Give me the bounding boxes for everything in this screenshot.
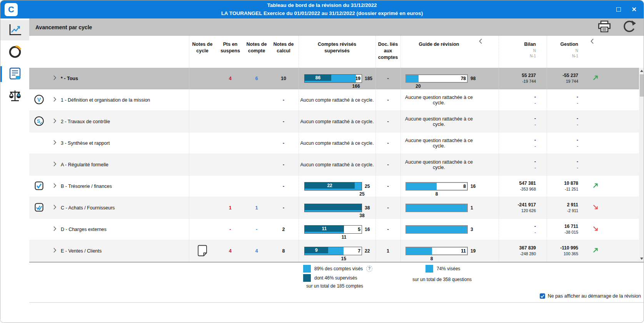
- row-expand-chevron-icon[interactable]: [53, 75, 57, 82]
- cycle-label: C - Achats / Fournisseurs: [61, 205, 115, 211]
- collapse-columns-left-button[interactable]: [479, 38, 482, 45]
- sidebar-item-revision-dashboard[interactable]: [0, 64, 29, 84]
- sidebar-item-balance[interactable]: [0, 86, 29, 106]
- legend-guide-total: sur un total de 358 questions: [412, 277, 472, 282]
- row-expand-chevron-icon[interactable]: [53, 118, 57, 125]
- pts-suspens-cell: 1: [216, 205, 245, 211]
- notes-calcul-cell: -: [269, 205, 299, 211]
- gestion-n-value: -: [577, 137, 578, 143]
- help-icon[interactable]: ?: [366, 266, 372, 272]
- bar-remaining-value: 5: [358, 226, 360, 233]
- bar-below-value: 8: [435, 191, 438, 197]
- progress-bar-comptes: 11511: [304, 225, 362, 234]
- refresh-button[interactable]: [622, 20, 637, 35]
- bar-total-value: 16: [470, 184, 475, 189]
- progress-cell-guide: 8816: [400, 182, 477, 191]
- cycle-label: 3 - Synthèse et rapport: [61, 141, 110, 146]
- maximize-button[interactable]: [616, 7, 621, 12]
- pts-suspens-cell: -: [216, 227, 245, 232]
- table-row[interactable]: C - Achats / Fournisseurs11-3838-1-241 9…: [29, 197, 644, 219]
- notes-calcul-cell: 8: [269, 248, 299, 254]
- bottom-divider: [29, 302, 644, 303]
- bilan-n-value: -: [534, 137, 536, 143]
- progress-bar-guide: [405, 225, 468, 234]
- row-expand-chevron-icon[interactable]: [53, 204, 57, 211]
- table-header-row: Notes de cycle Pts en suspens Notes de c…: [29, 36, 644, 68]
- bilan-cell: 55 237-19 744: [499, 73, 547, 84]
- hide-on-startup-checkbox[interactable]: [540, 293, 545, 299]
- table-row[interactable]: V1 - Définition et organisation de la mi…: [29, 89, 644, 111]
- bilan-n-value: 547 381: [519, 181, 536, 186]
- bilan-n1-value: -: [535, 230, 536, 235]
- bar-fill-light: [406, 226, 467, 233]
- cycle-status-cell: V: [29, 94, 48, 106]
- bilan-cell: --: [499, 137, 547, 149]
- row-expand-chevron-icon[interactable]: [53, 161, 57, 168]
- doc-lies-cell: -: [375, 76, 400, 81]
- sidebar-item-statistics[interactable]: [0, 42, 29, 62]
- table-row[interactable]: * - Tous46108619166185-78209855 237-19 7…: [29, 68, 644, 89]
- table-row[interactable]: 3 - Synthèse et rapport-Aucun compte rat…: [29, 132, 644, 154]
- progress-bar-comptes: 38: [304, 204, 362, 212]
- cycle-label-cell: E - Ventes / Clients: [48, 248, 189, 254]
- gestion-n1-value: -: [577, 122, 579, 127]
- table-row[interactable]: E - Ventes / Clients448971522111819367 8…: [29, 240, 644, 262]
- trend-cell: [591, 75, 601, 82]
- bilan-n1-value: -353 968: [520, 187, 536, 192]
- gestion-cell: --: [547, 116, 591, 127]
- gestion-n-value: -55 237: [562, 73, 578, 79]
- cycle-label-cell: * - Tous: [48, 75, 189, 82]
- trend-up-icon: [592, 182, 599, 190]
- table-row[interactable]: D - Charges externes--21151116-3--16 711…: [29, 219, 644, 240]
- cycle-label-cell: 1 - Définition et organisation de la mis…: [48, 97, 189, 103]
- row-expand-chevron-icon[interactable]: [53, 140, 57, 146]
- row-expand-chevron-icon[interactable]: [53, 248, 57, 254]
- bar-remaining-value: 11: [461, 248, 466, 254]
- bar-fill-light: [406, 248, 432, 254]
- validated-cycle-icon: V: [34, 94, 44, 106]
- window-title-line2: LA TOURANGEL Exercice du 01/01/2022 au 3…: [0, 10, 644, 17]
- panel-header: Avancement par cycle: [29, 18, 644, 36]
- bilan-cell: --: [499, 94, 547, 105]
- bar-below-value: 15: [341, 256, 346, 261]
- bar-total-value: 25: [365, 184, 370, 189]
- table-row[interactable]: S2 - Travaux de contrôle-Aucun compte ra…: [29, 111, 644, 132]
- period-n-label: N: [533, 49, 536, 53]
- scrollbar-thumb[interactable]: [640, 74, 644, 97]
- app-logo: C: [5, 3, 18, 16]
- cycle-label-cell: B - Trésorerie / finances: [48, 183, 189, 189]
- scroll-down-arrow[interactable]: [640, 258, 643, 260]
- cycle-label: A - Régularité formelle: [61, 162, 108, 167]
- collapse-columns-right-button[interactable]: [590, 38, 594, 45]
- row-expand-chevron-icon[interactable]: [53, 97, 57, 103]
- gestion-n1-value: -11 251: [565, 187, 578, 192]
- bar-below-value: 25: [359, 191, 364, 197]
- row-expand-chevron-icon[interactable]: [53, 183, 57, 189]
- vertical-scrollbar[interactable]: [639, 68, 644, 262]
- table-row[interactable]: A - Régularité formelle-Aucun compte rat…: [29, 154, 644, 176]
- legend-comptes-total: sur un total de 185 comptes: [306, 283, 372, 289]
- notes-compte-cell: 6: [245, 76, 269, 81]
- bar-remaining-value: 8: [463, 183, 466, 190]
- column-header-guide-revision: Guide de révision: [400, 41, 477, 48]
- progress-cell-guide: 11819: [400, 247, 477, 255]
- cycle-label-cell: A - Régularité formelle: [48, 161, 189, 168]
- doc-lies-cell: -: [375, 97, 400, 103]
- table-row[interactable]: B - Trésorerie / finances-222525-8816547…: [29, 176, 644, 197]
- print-button[interactable]: [597, 20, 611, 34]
- doc-lies-cell: -: [375, 141, 400, 146]
- no-question-text: Aucune question rattachée à ce cycle.: [400, 138, 477, 149]
- gestion-cell: 10 878-11 251: [547, 181, 591, 192]
- progress-cell-comptes: 971522: [299, 247, 375, 255]
- note-icon[interactable]: [197, 253, 209, 258]
- scroll-up-arrow[interactable]: [640, 70, 643, 72]
- close-button[interactable]: ✕: [632, 7, 637, 13]
- sidebar-item-dashboard[interactable]: [0, 20, 29, 40]
- doc-lies-cell: -: [375, 119, 400, 124]
- bar-total-value: 3: [470, 227, 473, 232]
- cycle-label: 2 - Travaux de contrôle: [61, 119, 110, 124]
- comptes-cell: Aucun compte rattaché à ce cycle.: [299, 119, 375, 124]
- row-expand-chevron-icon[interactable]: [53, 226, 57, 233]
- cycle-status-cell: [29, 181, 48, 192]
- bar-total-value: 185: [365, 76, 372, 81]
